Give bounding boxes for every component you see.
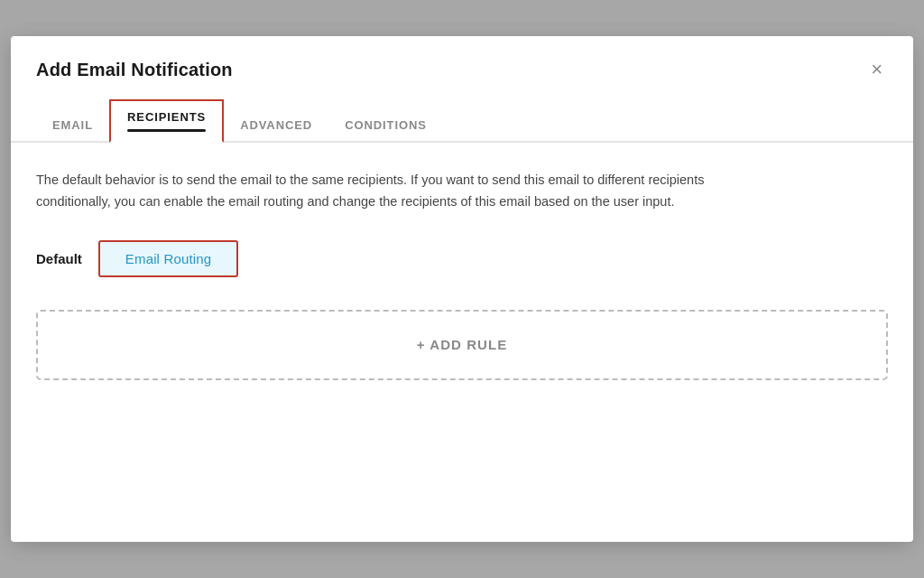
modal-body: The default behavior is to send the emai… (11, 143, 913, 406)
modal-header: Add Email Notification × (11, 36, 913, 83)
modal-dialog: Add Email Notification × EMAIL RECIPIENT… (11, 36, 913, 542)
close-button[interactable]: × (865, 56, 888, 83)
tab-advanced[interactable]: ADVANCED (224, 109, 328, 141)
tab-email[interactable]: EMAIL (36, 109, 109, 141)
tab-conditions[interactable]: CONDITIONS (328, 109, 443, 141)
default-label: Default (36, 251, 82, 266)
description-text: The default behavior is to send the emai… (36, 170, 776, 213)
routing-row: Default Email Routing (36, 240, 888, 277)
add-rule-area[interactable]: + ADD RULE (36, 310, 888, 380)
tab-bar: EMAIL RECIPIENTS ADVANCED CONDITIONS (11, 83, 913, 143)
modal-title: Add Email Notification (36, 60, 233, 80)
tab-active-underline (127, 129, 206, 132)
modal-overlay[interactable]: Add Email Notification × EMAIL RECIPIENT… (0, 0, 924, 578)
add-rule-label: + ADD RULE (417, 337, 507, 352)
email-routing-button[interactable]: Email Routing (98, 240, 238, 277)
tab-recipients[interactable]: RECIPIENTS (109, 99, 224, 143)
